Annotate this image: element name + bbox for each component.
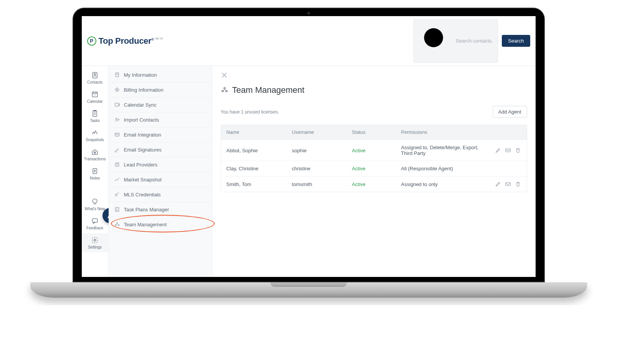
col-name: Name [227, 130, 292, 135]
sidebar-item-tasks[interactable]: Tasks [82, 107, 108, 126]
agents-table: Name Username Status Permissions Abbot, … [221, 125, 527, 192]
brand-name-text: Top Producer [99, 36, 152, 46]
cell-name: Smith, Tom [227, 181, 292, 187]
camera-dot [307, 12, 310, 15]
brand-name: Top Producer® [99, 36, 154, 46]
settings-item-import-contacts[interactable]: Import Contacts [109, 112, 212, 127]
cell-username: tomsmith [292, 181, 352, 187]
cell-status: Active [352, 148, 401, 153]
search-input-wrap[interactable] [414, 19, 498, 63]
col-status: Status [352, 130, 401, 135]
notes-icon [91, 167, 99, 175]
svg-line-1 [442, 46, 450, 54]
svg-point-23 [116, 74, 117, 75]
svg-rect-25 [115, 103, 118, 106]
edit-icon[interactable] [495, 147, 501, 153]
edit-icon[interactable] [495, 181, 501, 187]
svg-point-31 [115, 194, 117, 196]
svg-rect-27 [115, 133, 119, 136]
import-icon [114, 117, 120, 123]
mail-icon[interactable] [505, 147, 511, 153]
settings-item-label: Import Contacts [124, 117, 159, 123]
settings-item-email-integration[interactable]: Email Integration [109, 127, 212, 142]
trash-icon[interactable] [515, 181, 521, 187]
settings-item-label: Email Integration [124, 132, 162, 138]
brand-beta-badge: BETA [155, 37, 163, 40]
header-right: Search [414, 19, 530, 63]
table-header: Name Username Status Permissions [221, 125, 527, 140]
close-icon[interactable]: ✕ [221, 71, 228, 80]
laptop-frame: P Top Producer® BETA Search [30, 8, 587, 298]
add-agent-button[interactable]: Add Agent [493, 106, 527, 118]
settings-item-team-management[interactable]: Team Management [109, 217, 212, 232]
main-content: ✕ Team Management You have 1 unused lice… [212, 66, 536, 277]
team-icon [221, 86, 228, 94]
app-header: P Top Producer® BETA Search [82, 16, 536, 66]
brand-registered: ® [151, 37, 154, 41]
signature-icon [114, 147, 120, 153]
search-button[interactable]: Search [502, 35, 530, 47]
sidebar-label: Settings [88, 245, 102, 249]
cell-status: Active [352, 181, 401, 187]
sidebar-item-settings[interactable]: Settings [82, 233, 108, 252]
row-actions [483, 147, 521, 153]
cell-username: sophie [292, 148, 352, 153]
brand: P Top Producer® BETA [87, 36, 163, 46]
sidebar: Contacts 7 Calendar Tasks Snapshots [82, 66, 109, 277]
gear-icon [91, 236, 99, 244]
settings-item-billing[interactable]: Billing Information [109, 82, 212, 97]
settings-item-mls-credentials[interactable]: MLS Credentials [109, 187, 212, 202]
sidebar-label: Snapshots [86, 138, 104, 142]
cell-permissions: All (Responsible Agent) [401, 166, 483, 171]
settings-item-label: Calendar Sync [124, 102, 157, 108]
sidebar-label: Notes [90, 176, 100, 180]
transactions-icon: $ [91, 148, 99, 156]
sidebar-item-contacts[interactable]: Contacts [82, 68, 108, 87]
contacts-icon [91, 71, 99, 79]
screen-bezel: P Top Producer® BETA Search [73, 8, 545, 282]
settings-item-calendar-sync[interactable]: Calendar Sync [109, 97, 212, 112]
settings-item-label: Billing Information [124, 87, 164, 93]
svg-rect-40 [506, 183, 510, 186]
trash-icon[interactable] [515, 147, 521, 153]
settings-item-label: MLS Credentials [124, 192, 161, 198]
svg-rect-32 [115, 208, 119, 212]
sidebar-label: Transactions [84, 157, 106, 161]
table-row: Clay, Christine christine Active All (Re… [221, 161, 527, 176]
svg-rect-20 [92, 219, 97, 222]
col-permissions: Permissions [401, 130, 483, 135]
settings-item-label: Task Plans Manager [124, 207, 169, 212]
settings-item-task-plans[interactable]: Task Plans Manager [109, 202, 212, 217]
row-actions [483, 181, 521, 187]
svg-point-26 [116, 118, 117, 120]
svg-point-3 [94, 73, 96, 75]
cell-username: christine [292, 166, 352, 171]
settings-item-label: Team Management [124, 222, 167, 227]
svg-rect-39 [506, 149, 510, 152]
sidebar-item-transactions[interactable]: $ Transactions [82, 145, 108, 164]
cell-name: Abbot, Sophie [227, 148, 292, 153]
settings-item-my-information[interactable]: My Information [109, 68, 212, 82]
person-icon [114, 72, 120, 78]
settings-item-label: Email Signatures [124, 147, 162, 153]
mail-icon[interactable] [505, 181, 511, 187]
settings-item-label: Lead Providers [124, 162, 157, 168]
settings-item-market-snapshot[interactable]: Market Snapshot [109, 172, 212, 187]
page-title-row: Team Management [221, 85, 527, 95]
svg-point-21 [94, 239, 96, 241]
license-text: You have 1 unused licenses. [221, 109, 279, 115]
col-username: Username [292, 130, 352, 135]
settings-item-lead-providers[interactable]: Lead Providers [109, 157, 212, 172]
table-row: Abbot, Sophie sophie Active Assigned to,… [221, 140, 527, 161]
svg-point-36 [223, 87, 225, 89]
whatsnew-icon [91, 198, 99, 206]
sidebar-label: Calendar [87, 99, 103, 104]
search-input[interactable] [456, 38, 494, 44]
sidebar-item-snapshots[interactable]: Snapshots [82, 126, 108, 145]
tasks-icon [91, 110, 99, 117]
sidebar-item-calendar[interactable]: 7 Calendar [82, 87, 108, 107]
sidebar-item-notes[interactable]: Notes [82, 164, 108, 183]
key-icon [114, 191, 120, 198]
settings-item-email-signatures[interactable]: Email Signatures [109, 142, 212, 157]
settings-submenu: My Information Billing Information Calen… [109, 66, 212, 277]
